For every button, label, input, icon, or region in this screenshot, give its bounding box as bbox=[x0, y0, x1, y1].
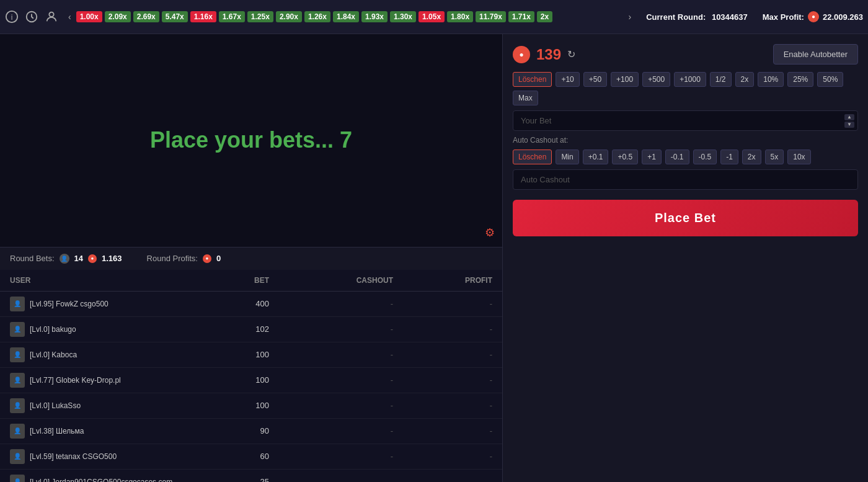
bet-cell: 400 bbox=[195, 299, 269, 308]
cashout-adjust-button[interactable]: -0.1 bbox=[665, 150, 689, 164]
avatar: 👤 bbox=[10, 373, 25, 388]
cashout-cell: - bbox=[269, 426, 393, 435]
multiplier-badge: 5.47x bbox=[162, 11, 188, 22]
profit-cell: - bbox=[393, 477, 492, 482]
multiplier-scroll: 1.00x2.09x2.69x5.47x1.16x1.67x1.25x2.90x… bbox=[76, 11, 624, 22]
username: [Lvl.38] Шельма bbox=[30, 427, 84, 435]
right-panel: ● 139 ↻ Enable Autobetter Löschen+10+50+… bbox=[502, 34, 868, 482]
bet-adjust-button[interactable]: 1/2 bbox=[710, 72, 732, 87]
refresh-balance-button[interactable]: ↻ bbox=[567, 48, 575, 60]
bet-input-spinner: ▲ ▼ bbox=[844, 114, 854, 128]
bet-decrement-button[interactable]: ▼ bbox=[844, 122, 854, 128]
bet-cell: 25 bbox=[195, 477, 269, 482]
user-icon[interactable] bbox=[45, 10, 58, 24]
bet-adjust-button[interactable]: +10 bbox=[556, 72, 579, 87]
username: [Lvl.0] Jordan901CSGO500csgocases.com bbox=[30, 478, 172, 483]
scroll-left-button[interactable]: ‹ bbox=[67, 12, 73, 22]
avatar: 👤 bbox=[10, 449, 25, 464]
profit-cell: - bbox=[393, 452, 492, 461]
place-bets-text: Place your bets... 7 bbox=[150, 127, 352, 153]
username: [Lvl.77] Globek Key-Drop.pl bbox=[30, 376, 121, 385]
cashout-adjust-button[interactable]: Löschen bbox=[513, 150, 552, 164]
username: [Lvl.95] FowkZ csgo500 bbox=[30, 300, 108, 308]
table-row: 👤[Lvl.0] LukaSso100-- bbox=[0, 393, 502, 419]
round-profits-group: Round Profits: ● 0 bbox=[147, 254, 221, 263]
svg-point-3 bbox=[49, 12, 53, 17]
bet-adjust-button[interactable]: 10% bbox=[758, 72, 784, 87]
bet-adjust-button[interactable]: +100 bbox=[611, 72, 639, 87]
table-row: 👤[Lvl.0] Jordan901CSGO500csgocases.com25… bbox=[0, 470, 502, 483]
multiplier-badge: 2x bbox=[537, 11, 552, 22]
cashout-adjust-button[interactable]: -0.5 bbox=[693, 150, 717, 164]
avatar: 👤 bbox=[10, 347, 25, 362]
cashout-adjust-button[interactable]: +0.5 bbox=[612, 150, 638, 164]
cashout-adjust-button[interactable]: 5x bbox=[765, 150, 784, 164]
round-bets-amount: 1.163 bbox=[102, 254, 122, 263]
cashout-cell: - bbox=[269, 477, 393, 482]
user-cell: 👤[Lvl.0] bakugo bbox=[10, 322, 195, 337]
bet-adjust-button[interactable]: 50% bbox=[817, 72, 843, 87]
cashout-adjust-row: LöschenMin+0.1+0.5+1-0.1-0.5-12x5x10x bbox=[513, 150, 858, 164]
bet-cell: 100 bbox=[195, 350, 269, 359]
cashout-adjust-button[interactable]: 10x bbox=[787, 150, 810, 164]
bet-adjust-button[interactable]: 25% bbox=[787, 72, 813, 87]
cashout-cell: - bbox=[269, 401, 393, 410]
avatar: 👤 bbox=[10, 398, 25, 413]
top-bar: i ‹ 1.00x2.09x2.69x5.47x1.16x1.67x1.25x2… bbox=[0, 0, 868, 34]
multiplier-badge: 1.80x bbox=[447, 11, 473, 22]
round-profits-label: Round Profits: bbox=[147, 254, 198, 263]
col-cashout: Cashout bbox=[269, 276, 393, 285]
bet-cell: 90 bbox=[195, 426, 269, 435]
balance-row: ● 139 ↻ Enable Autobetter bbox=[513, 44, 858, 65]
multiplier-badge: 1.00x bbox=[76, 11, 102, 22]
bet-increment-button[interactable]: ▲ bbox=[844, 114, 854, 120]
place-bet-button[interactable]: Place Bet bbox=[513, 200, 858, 236]
top-icons: i bbox=[5, 10, 58, 24]
profit-cell: - bbox=[393, 401, 492, 410]
scroll-right-button[interactable]: › bbox=[627, 12, 633, 22]
profit-cell: - bbox=[393, 299, 492, 308]
bet-adjust-button[interactable]: 2x bbox=[735, 72, 755, 87]
cashout-adjust-button[interactable]: 2x bbox=[742, 150, 761, 164]
main-layout: Place your bets... 7 ⚙ Round Bets: 👤 14 … bbox=[0, 34, 868, 482]
cashout-adjust-button[interactable]: -1 bbox=[720, 150, 738, 164]
bet-adjust-button[interactable]: Löschen bbox=[513, 72, 552, 87]
cashout-cell: - bbox=[269, 375, 393, 385]
bet-controls: Löschen+10+50+100+500+10001/22x10%25%50%… bbox=[513, 72, 858, 190]
multiplier-badge: 11.79x bbox=[476, 11, 506, 22]
multiplier-badge: 1.26x bbox=[304, 11, 330, 22]
game-area: Place your bets... 7 ⚙ bbox=[0, 34, 502, 247]
enable-autobetter-button[interactable]: Enable Autobetter bbox=[773, 44, 858, 65]
avatar: 👤 bbox=[10, 475, 25, 483]
cashout-adjust-button[interactable]: Min bbox=[556, 150, 578, 164]
bet-adjust-button[interactable]: +50 bbox=[583, 72, 607, 87]
bet-adjust-row: Löschen+10+50+100+500+10001/22x10%25%50%… bbox=[513, 72, 858, 105]
bet-input[interactable] bbox=[513, 110, 858, 131]
bet-cell: 100 bbox=[195, 375, 269, 385]
profit-cell: - bbox=[393, 426, 492, 435]
table-row: 👤[Lvl.0] Kaboca100-- bbox=[0, 342, 502, 368]
auto-cashout-input[interactable] bbox=[513, 169, 858, 190]
bet-adjust-button[interactable]: Max bbox=[513, 91, 538, 105]
history-icon[interactable] bbox=[25, 10, 38, 24]
round-bets-user-icon: 👤 bbox=[60, 254, 69, 264]
bet-adjust-button[interactable]: +1000 bbox=[674, 72, 706, 87]
multiplier-badge: 1.16x bbox=[190, 11, 216, 22]
table-row: 👤[Lvl.77] Globek Key-Drop.pl100-- bbox=[0, 368, 502, 393]
svg-text:i: i bbox=[11, 13, 13, 22]
multiplier-badge: 1.71x bbox=[508, 11, 534, 22]
col-profit: Profit bbox=[393, 276, 492, 285]
bet-cell: 102 bbox=[195, 324, 269, 334]
max-profit: Max Profit: ● 22.009.263 bbox=[763, 11, 863, 22]
info-icon[interactable]: i bbox=[5, 10, 19, 24]
username: [Lvl.0] bakugo bbox=[30, 325, 76, 334]
multiplier-badge: 1.05x bbox=[418, 11, 445, 22]
game-settings-icon[interactable]: ⚙ bbox=[485, 226, 495, 239]
cashout-adjust-button[interactable]: +1 bbox=[642, 150, 662, 164]
cashout-adjust-button[interactable]: +0.1 bbox=[583, 150, 609, 164]
bets-table: User Bet Cashout Profit 👤[Lvl.95] FowkZ … bbox=[0, 270, 502, 483]
max-profit-coin-icon: ● bbox=[808, 11, 819, 22]
user-cell: 👤[Lvl.95] FowkZ csgo500 bbox=[10, 297, 195, 311]
bet-adjust-button[interactable]: +500 bbox=[642, 72, 670, 87]
username: [Lvl.0] Kaboca bbox=[30, 350, 77, 359]
